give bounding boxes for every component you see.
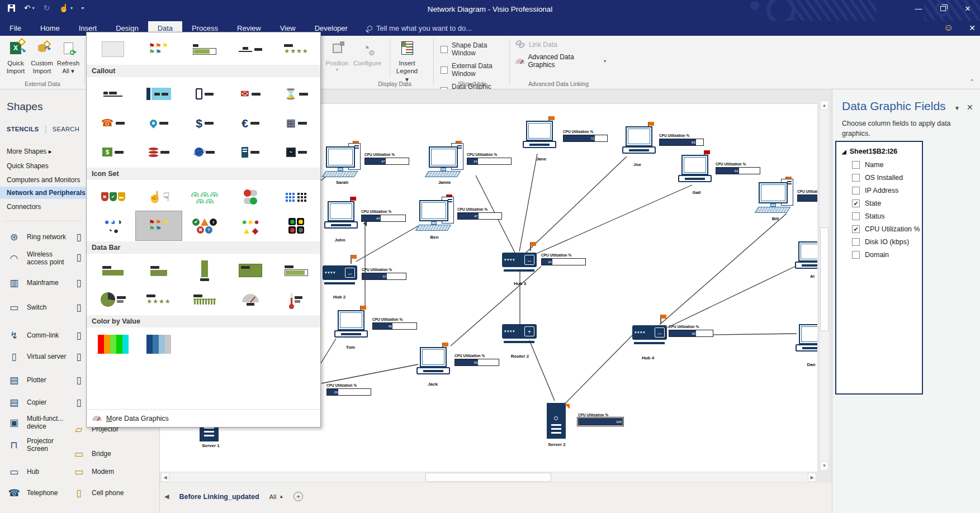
cpu-bar-bill[interactable]: CPU Utilization % (797, 189, 817, 202)
cpu-bar-gail[interactable]: CPU Utilization % 52 (716, 162, 769, 174)
page-tab[interactable]: Before Linking_updated (179, 493, 259, 501)
stencil-col2-partial[interactable]: ▯ (70, 230, 87, 244)
gallery-item-telephone-callout[interactable]: ☎ (90, 108, 136, 137)
gallery-item-banner-callout[interactable] (136, 79, 182, 108)
all-pages-selector[interactable]: All▲ (269, 493, 284, 500)
stencil-plotter[interactable]: ▤Plotter (6, 373, 46, 387)
stencil-telephone[interactable]: ☎Telephone (6, 486, 58, 500)
gallery-item-no-data-graphic[interactable] (90, 35, 136, 64)
gallery-item-data-bar-underline[interactable] (136, 256, 182, 285)
sidebar-item-computers-and-monitors[interactable]: Computers and Monitors (0, 174, 86, 186)
field-checkbox-ip-address[interactable]: IP Address (852, 187, 898, 194)
checkbox-shape-data-window[interactable]: Shape Data Window (441, 41, 510, 57)
configure-button[interactable]: ◔ Configure (353, 39, 379, 67)
gallery-item-chip-callout[interactable]: ~ (273, 137, 319, 167)
page-nav-left-icon[interactable]: ◀ (164, 493, 169, 500)
stencil-cell-phone[interactable]: ▯Cell phone (70, 486, 124, 500)
gallery-item-outlined-data-bar[interactable] (273, 256, 319, 285)
horizontal-scrollbar[interactable]: ◀ ▶ (160, 472, 817, 483)
field-checkbox-status[interactable]: Status (852, 212, 884, 220)
stencil-projector[interactable]: ⊓ProjectorScreen (6, 437, 54, 453)
cpu-bar-ben[interactable]: CPU Utilization % 47 (457, 207, 511, 220)
gallery-item-text-callout[interactable] (90, 79, 136, 108)
stencil-hub[interactable]: ▭Hub (6, 465, 39, 478)
gallery-item-speedometer[interactable] (228, 285, 273, 314)
stencil-ring-network[interactable]: ⊛Ring network (6, 230, 66, 244)
gallery-item-wifi-icons[interactable] (182, 182, 228, 211)
insert-legend-button[interactable]: InsertLegend ▾ (394, 39, 420, 83)
stencil-virtual-server[interactable]: ▯Virtual server (6, 350, 66, 363)
gallery-item-box-data-bar[interactable] (228, 256, 273, 285)
panel-menu-icon[interactable]: ▼ (954, 105, 960, 111)
cpu-bar-sarah[interactable]: CPU Utilization % 47 (364, 153, 418, 165)
field-checkbox-domain[interactable]: Domain (852, 251, 889, 259)
scroll-right-icon[interactable]: ▶ (808, 473, 816, 482)
gallery-item-blue-scale[interactable] (136, 330, 182, 359)
gallery-item-hourglass-callout[interactable]: ⌛ (273, 79, 319, 108)
gallery-item-mail-callout[interactable]: ✉ (228, 79, 273, 108)
scroll-down-icon[interactable]: ▼ (820, 461, 828, 471)
gallery-item-flag-icons[interactable]: ⚑⚑⚑⚑⚑ (136, 211, 182, 240)
stencil-modem[interactable]: ▭Modem (70, 465, 114, 478)
stencil-switch[interactable]: ▭Switch (6, 301, 46, 314)
cpu-bar-hub-2[interactable]: CPU Utilization % 57 (362, 268, 415, 280)
field-checkbox-cpu-utilization-[interactable]: CPU Utilization % (852, 225, 920, 233)
tab-search[interactable]: SEARCH (53, 126, 79, 132)
stencil-col2-partial[interactable]: ▯ (70, 396, 87, 409)
stencil-comm-link[interactable]: ↯Comm-link (6, 329, 59, 342)
stencil-col2-partial[interactable]: ▯ (70, 329, 87, 342)
link-data-button[interactable]: Link Data (515, 41, 606, 49)
gallery-item-phone-callout[interactable] (182, 79, 228, 108)
gallery-item-money-callout[interactable]: $ (90, 137, 136, 167)
gallery-item-thumb-icons[interactable]: ☝☟ (136, 182, 182, 211)
field-checkbox-disk-io-kbps-[interactable]: Disk IO (kbps) (852, 238, 909, 246)
gallery-item-stars-preview[interactable]: ★★★★ (273, 35, 319, 64)
tab-file[interactable]: File (0, 21, 31, 36)
gallery-item-server-callout[interactable] (228, 137, 273, 167)
panel-close-icon[interactable]: ✕ (967, 103, 973, 112)
custom-import-button[interactable]: ↷ CustomImport (29, 39, 55, 75)
gallery-item-calendar-callout[interactable]: ▦ (273, 108, 319, 137)
tell-me-box[interactable]: Tell me what you want to do... (367, 24, 472, 36)
cpu-bar-jane[interactable]: CPU Utilization % 72 (563, 130, 617, 142)
field-checkbox-state[interactable]: State (852, 200, 881, 207)
advanced-data-graphics-button[interactable]: Advanced Data Graphics ▾ (515, 53, 606, 69)
gallery-item-callout-preview[interactable] (228, 35, 273, 64)
stencil-col2-partial[interactable]: ▯ (70, 350, 87, 363)
close-print-preview-icon[interactable]: ✕ (969, 23, 976, 32)
sidebar-item-quick-shapes[interactable]: Quick Shapes (0, 160, 86, 172)
field-checkbox-os-installed[interactable]: OS Installed (852, 174, 903, 182)
scroll-left-icon[interactable]: ◀ (161, 473, 169, 482)
stencil-col2-partial[interactable]: ▯ (70, 250, 87, 264)
gallery-item-traffic-light-icons[interactable] (273, 211, 319, 240)
stencil-col2-partial[interactable]: ▯ (70, 373, 87, 387)
gallery-item-star-rating[interactable]: ★★★★ (136, 285, 182, 314)
stencil-multi-funct-[interactable]: ▣Multi-funct...device (6, 415, 63, 431)
gallery-item-shape-icons[interactable]: ●●●▲◆ (228, 211, 273, 240)
gallery-item-data-bar[interactable] (90, 256, 136, 285)
cpu-bar-hub-4[interactable]: CPU Utilization % 62 (669, 325, 722, 337)
gallery-item-toggle-icons[interactable] (228, 182, 273, 211)
gallery-item-pie-chart[interactable] (90, 285, 136, 314)
gallery-item-database-callout[interactable] (136, 137, 182, 167)
gallery-item-shield-icons[interactable]: ✖✔▬ (90, 182, 136, 211)
gallery-item-flags-preview[interactable]: ⚑⚑⚑⚑⚑ (136, 35, 182, 64)
sidebar-item-connectors[interactable]: Connectors (0, 201, 86, 213)
checkbox-external-data-window[interactable]: External Data Window (441, 62, 510, 78)
collapse-ribbon-icon[interactable]: ⌃ (969, 78, 974, 86)
dataset-header[interactable]: ◢ Sheet1$B2:I26 (842, 148, 897, 155)
gallery-item-dollar-callout[interactable]: $ (182, 108, 228, 137)
cpu-bar-john[interactable]: CPU Utilization % 43 (361, 210, 415, 222)
horizontal-scroll-thumb[interactable] (425, 473, 551, 482)
gallery-item-pin-callout[interactable] (136, 108, 182, 137)
cpu-bar-hidden[interactable]: CPU Utilization % 26 (326, 383, 380, 396)
gallery-item-thermometer[interactable] (273, 285, 319, 314)
tab-home[interactable]: Home (31, 21, 69, 36)
gallery-item-status-icons[interactable]: ✔i✖? (182, 211, 228, 240)
gallery-item-data-bar-preview[interactable] (182, 35, 228, 64)
vertical-scrollbar[interactable]: ▲ ▼ (819, 99, 830, 472)
gallery-item-grid-icons[interactable] (273, 182, 319, 211)
position-button[interactable]: Position ▾ (324, 39, 350, 72)
feedback-smiley-icon[interactable]: ☺ (944, 22, 953, 34)
cpu-bar-jamie[interactable]: CPU Utilization % 24 (467, 153, 520, 165)
